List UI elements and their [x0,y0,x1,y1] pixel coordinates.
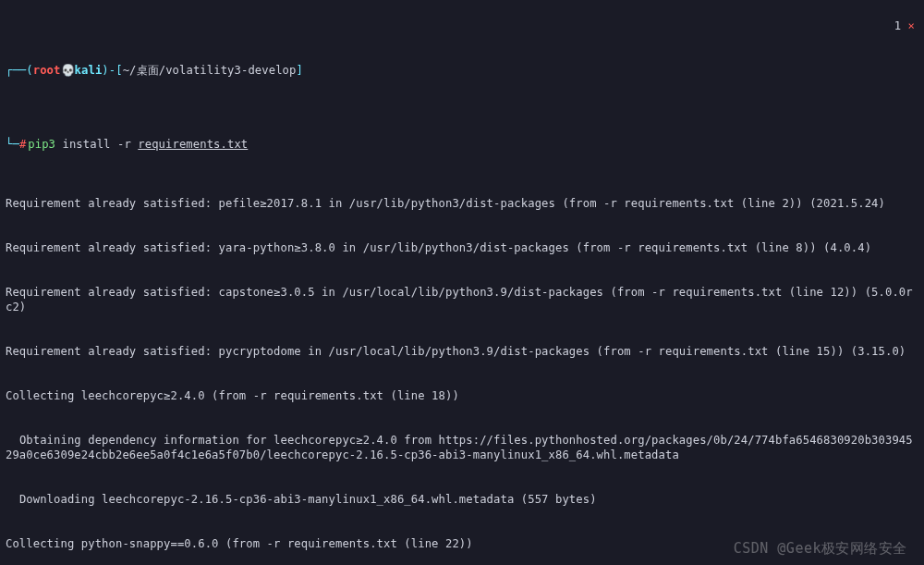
command-bin: pip3 [28,138,55,151]
prompt-bracket-close: ] [297,63,303,78]
output-line: Requirement already satisfied: pycryptod… [6,344,918,359]
terminal-output[interactable]: ┌──(root💀kali)-[~/桌面/volatility3-develop… [0,0,924,565]
command-text[interactable]: pip3 install -r requirements.txt [28,137,248,152]
prompt-line-2: └─# pip3 install -r requirements.txt [6,137,918,152]
prompt-hash: # [19,137,26,152]
watermark: CSDN @Geek极安网络安全 [734,541,907,556]
prompt-path: ~/桌面/volatility3-develop [123,63,297,78]
prompt-line-1: ┌──(root💀kali)-[~/桌面/volatility3-develop… [6,63,918,78]
command-arg: requirements.txt [138,138,248,151]
output-line: Collecting leechcorepyc≥2.4.0 (from -r r… [6,388,918,403]
prompt-close-user: )-[ [102,63,122,78]
skull-icon: 💀 [61,63,75,78]
tab-indicator: 1 × [867,4,915,48]
output-line: Downloading leechcorepyc-2.16.5-cp36-abi… [6,492,918,507]
output-line: Requirement already satisfied: pefile≥20… [6,196,918,211]
tab-index: 1 [894,19,901,32]
output-line: Obtaining dependency information for lee… [6,433,918,462]
prompt-open: ┌──( [6,63,33,78]
close-icon[interactable]: × [908,19,915,32]
prompt-elbow: └─ [6,137,19,152]
output-line: Requirement already satisfied: capstone≥… [6,285,918,314]
prompt-host: kali [75,63,103,78]
prompt-user: root [33,63,61,78]
output-line: Requirement already satisfied: yara-pyth… [6,240,918,255]
